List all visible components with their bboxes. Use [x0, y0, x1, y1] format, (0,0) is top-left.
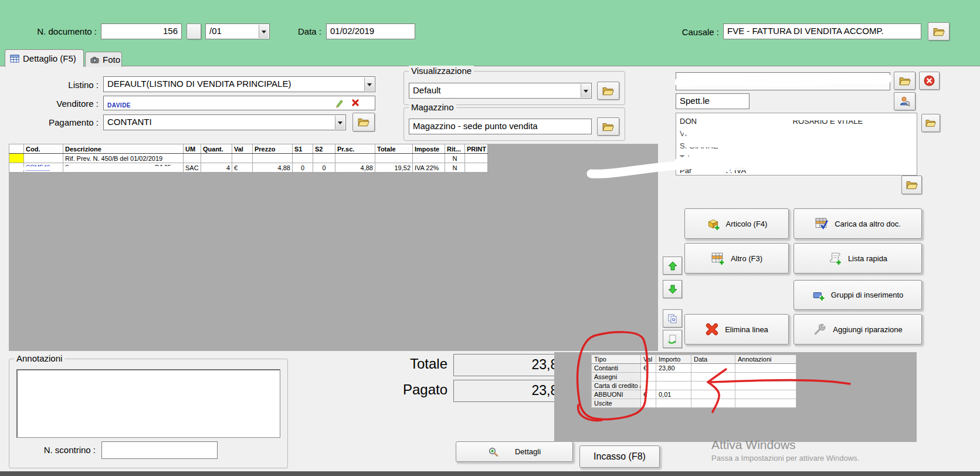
table-row[interactable]: COME40 SALE A PASTIGLIE ECO SACCO DA 25 … — [9, 163, 488, 173]
n-documento-label: N. documento : — [29, 26, 97, 36]
causale-lookup-button[interactable] — [928, 22, 950, 40]
chevron-down-icon[interactable] — [335, 116, 345, 129]
col-importo[interactable]: Importo — [656, 355, 691, 364]
customer-search-button[interactable] — [894, 92, 915, 110]
col-prezzo[interactable]: Prezzo — [253, 144, 293, 154]
payment-annotazioni[interactable] — [735, 399, 796, 408]
copy-icon — [667, 313, 677, 323]
payment-importo[interactable]: 23,80 — [656, 364, 691, 373]
doc-number-aux-button[interactable] — [186, 23, 201, 39]
payment-row[interactable]: ABBUONI € 0,01 — [592, 390, 796, 399]
col-prsc[interactable]: Pr.sc. — [335, 144, 375, 154]
listino-select[interactable]: DEFAULT(LISTINO DI VENDITA PRINCIPALE) — [103, 76, 375, 92]
pencil-icon[interactable] — [334, 98, 344, 108]
cell-cod[interactable]: COME40 — [24, 163, 63, 173]
col-tipo[interactable]: Tipo — [592, 355, 641, 364]
payment-row[interactable]: Uscite — [592, 399, 796, 408]
chevron-down-icon[interactable] — [259, 25, 269, 38]
table-row[interactable]: Rif. Prev. N. 450/B del 01/02/2019 N — [9, 154, 488, 163]
tab-dettaglio[interactable]: Dettaglio (F5) — [5, 49, 84, 67]
chevron-down-icon[interactable] — [364, 77, 374, 91]
articolo-button[interactable]: Articolo (F4) — [684, 208, 789, 239]
col-sel[interactable] — [9, 144, 24, 154]
customer-address-box[interactable]: DON ROSARIO E VITALE VI S. GIARRE Tel Pa… — [676, 113, 917, 175]
paste-row-button[interactable] — [663, 330, 682, 348]
col-totale[interactable]: Totale — [375, 144, 413, 154]
doc-suffix-select[interactable]: /01 — [205, 23, 270, 39]
col-val[interactable]: Val — [641, 355, 656, 364]
row-selector-cell[interactable] — [9, 163, 24, 173]
payment-importo[interactable] — [656, 373, 691, 382]
col-s2[interactable]: S2 — [313, 144, 335, 154]
pagamento-select[interactable]: CONTANTI — [103, 114, 346, 130]
move-row-down-button[interactable] — [663, 280, 682, 298]
col-data[interactable]: Data — [691, 355, 735, 364]
folder-icon — [925, 119, 936, 127]
col-print[interactable]: PRINT — [465, 144, 488, 154]
magazzino-field[interactable]: Magazzino - sede punto vendita — [409, 119, 592, 134]
col-descrizione[interactable]: Descrizione — [63, 144, 184, 154]
payment-tipo[interactable]: Contanti — [592, 364, 641, 373]
payment-tipo[interactable]: Uscite — [592, 399, 641, 408]
payment-importo[interactable]: 0,01 — [656, 390, 691, 399]
carica-da-altro-doc-button[interactable]: Carica da altro doc. — [794, 208, 922, 239]
payment-data[interactable] — [691, 373, 735, 382]
col-s1[interactable]: S1 — [293, 144, 313, 154]
salutation-field[interactable]: Spett.le — [676, 93, 750, 109]
col-quant[interactable]: Quant. — [201, 144, 232, 154]
customer-lookup-button[interactable] — [894, 72, 915, 90]
clear-x-icon[interactable] — [351, 99, 360, 107]
payment-importo[interactable] — [656, 399, 691, 408]
customer-clear-button[interactable] — [919, 72, 940, 90]
visualizzazione-select[interactable]: Default — [409, 83, 592, 99]
payment-importo[interactable] — [656, 382, 691, 390]
elimina-linea-button[interactable]: Elimina linea — [684, 314, 789, 345]
payment-annotazioni[interactable] — [735, 382, 796, 390]
payment-tipo[interactable]: ABBUONI — [592, 390, 641, 399]
payment-data[interactable] — [691, 364, 735, 373]
scontrino-input[interactable] — [101, 441, 218, 459]
col-rit[interactable]: Rit... — [445, 144, 465, 154]
chevron-down-icon[interactable] — [581, 84, 591, 97]
payment-row[interactable]: Contanti € 23,80 — [592, 364, 796, 373]
pagato-value: 23,81 — [453, 380, 571, 402]
payment-annotazioni[interactable] — [735, 373, 796, 382]
bottom-strip — [0, 471, 980, 476]
row-selector-cell[interactable] — [9, 154, 24, 163]
payment-row[interactable]: Carta di credito / — [592, 382, 796, 390]
annotazioni-textarea[interactable] — [16, 369, 280, 438]
dettagli-button[interactable]: Dettagli — [456, 441, 573, 462]
data-input[interactable]: 01/02/2019 — [326, 23, 415, 39]
payment-row[interactable]: Assegni — [592, 373, 796, 382]
destination-lookup-button[interactable] — [901, 175, 922, 194]
payment-data[interactable] — [691, 382, 735, 390]
col-val[interactable]: Val — [232, 144, 253, 154]
payment-data[interactable] — [691, 399, 735, 408]
col-annotazioni[interactable]: Annotazioni — [735, 355, 796, 364]
payment-tipo[interactable]: Carta di credito / — [592, 382, 641, 390]
payment-val: € — [641, 364, 656, 373]
magazzino-lookup-button[interactable] — [597, 117, 619, 136]
causale-input[interactable]: FVE - FATTURA DI VENDITA ACCOMP. — [723, 23, 921, 39]
aggiungi-riparazione-button[interactable]: Aggiungi riparazione — [794, 314, 922, 345]
pagamento-lookup-button[interactable] — [352, 113, 375, 131]
causale-label: Causale : — [667, 27, 719, 37]
visualizzazione-lookup-button[interactable] — [597, 82, 619, 100]
col-um[interactable]: UM — [184, 144, 201, 154]
incasso-button[interactable]: Incasso (F8) — [579, 445, 660, 468]
customer-name-field[interactable]: B E UNO D M P — [676, 72, 890, 90]
payment-annotazioni[interactable] — [735, 364, 796, 373]
gruppi-di-inserimento-button[interactable]: Gruppi di inserimento — [794, 280, 922, 310]
payment-data[interactable] — [691, 390, 735, 399]
n-documento-input[interactable]: 156 — [101, 23, 182, 39]
address-lookup-button[interactable] — [921, 114, 940, 132]
lista-rapida-button[interactable]: Lista rapida — [794, 243, 922, 274]
col-cod[interactable]: Cod. — [24, 144, 63, 154]
move-row-up-button[interactable] — [663, 256, 682, 275]
col-imposte[interactable]: Imposte — [413, 144, 445, 154]
tab-foto[interactable]: Foto — [85, 52, 122, 67]
altro-button[interactable]: Altro (F3) — [684, 243, 789, 274]
payment-annotazioni[interactable] — [735, 390, 796, 399]
copy-row-button[interactable] — [663, 309, 682, 328]
payment-tipo[interactable]: Assegni — [592, 373, 641, 382]
